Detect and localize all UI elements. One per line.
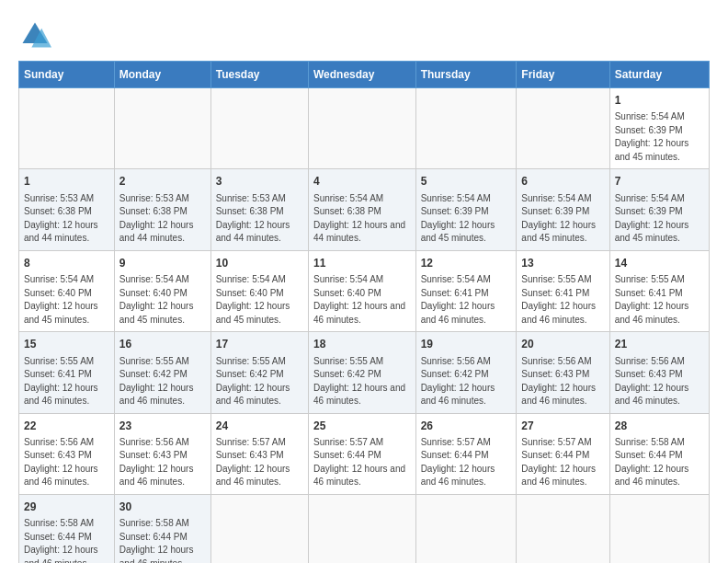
column-header-friday: Friday [517, 62, 609, 88]
day-info: Sunrise: 5:54 AM Sunset: 6:40 PM Dayligh… [216, 273, 303, 327]
sunrise: Sunrise: 5:56 AM [421, 356, 491, 366]
day-info: Sunrise: 5:54 AM Sunset: 6:40 PM Dayligh… [119, 273, 206, 327]
calendar-cell: 2 Sunrise: 5:53 AM Sunset: 6:38 PM Dayli… [114, 169, 210, 250]
sunrise: Sunrise: 5:54 AM [313, 274, 383, 284]
sunset: Sunset: 6:39 PM [521, 206, 589, 216]
day-number: 20 [521, 337, 604, 352]
day-number: 23 [119, 419, 206, 434]
day-info: Sunrise: 5:55 AM Sunset: 6:42 PM Dayligh… [313, 355, 411, 408]
column-header-monday: Monday [114, 62, 210, 88]
daylight: Daylight: 12 hours and 46 minutes. [24, 464, 98, 488]
sunset: Sunset: 6:44 PM [421, 450, 489, 460]
sunrise: Sunrise: 5:56 AM [615, 356, 685, 366]
daylight: Daylight: 12 hours and 44 minutes. [24, 220, 98, 244]
day-info: Sunrise: 5:58 AM Sunset: 6:44 PM Dayligh… [615, 436, 704, 489]
daylight: Daylight: 12 hours and 46 minutes. [521, 464, 596, 488]
calendar-cell: 22 Sunrise: 5:56 AM Sunset: 6:43 PM Dayl… [19, 413, 115, 494]
sunset: Sunset: 6:38 PM [24, 206, 92, 216]
sunrise: Sunrise: 5:54 AM [216, 274, 286, 284]
daylight: Daylight: 12 hours and 45 minutes. [421, 220, 495, 244]
sunrise: Sunrise: 5:56 AM [119, 437, 189, 447]
daylight: Daylight: 12 hours and 44 minutes. [216, 220, 290, 244]
sunset: Sunset: 6:38 PM [313, 206, 381, 216]
sunrise: Sunrise: 5:55 AM [119, 356, 189, 366]
sunset: Sunset: 6:42 PM [313, 369, 381, 379]
daylight: Daylight: 12 hours and 46 minutes. [216, 464, 290, 488]
sunset: Sunset: 6:40 PM [24, 288, 92, 298]
calendar-cell [609, 494, 709, 563]
day-info: Sunrise: 5:56 AM Sunset: 6:43 PM Dayligh… [119, 436, 206, 489]
day-number: 22 [24, 419, 109, 434]
day-number: 25 [313, 419, 411, 434]
calendar-cell: 16 Sunrise: 5:55 AM Sunset: 6:42 PM Dayl… [114, 332, 210, 413]
column-header-wednesday: Wednesday [308, 62, 415, 88]
day-info: Sunrise: 5:55 AM Sunset: 6:42 PM Dayligh… [119, 355, 206, 408]
sunrise: Sunrise: 5:57 AM [313, 437, 383, 447]
daylight: Daylight: 12 hours and 45 minutes. [521, 220, 596, 244]
day-info: Sunrise: 5:54 AM Sunset: 6:39 PM Dayligh… [615, 192, 704, 246]
sunset: Sunset: 6:40 PM [119, 288, 188, 298]
day-info: Sunrise: 5:54 AM Sunset: 6:40 PM Dayligh… [24, 273, 109, 327]
calendar-cell: 27 Sunrise: 5:57 AM Sunset: 6:44 PM Dayl… [517, 413, 609, 494]
day-info: Sunrise: 5:58 AM Sunset: 6:44 PM Dayligh… [24, 517, 109, 563]
calendar-cell: 8 Sunrise: 5:54 AM Sunset: 6:40 PM Dayli… [19, 250, 115, 331]
sunset: Sunset: 6:41 PM [421, 288, 489, 298]
day-info: Sunrise: 5:55 AM Sunset: 6:41 PM Dayligh… [24, 355, 109, 408]
day-info: Sunrise: 5:54 AM Sunset: 6:39 PM Dayligh… [615, 110, 704, 164]
sunset: Sunset: 6:42 PM [421, 369, 489, 379]
sunrise: Sunrise: 5:54 AM [521, 193, 591, 203]
day-number: 6 [521, 174, 604, 190]
sunset: Sunset: 6:40 PM [216, 288, 284, 298]
day-info: Sunrise: 5:57 AM Sunset: 6:44 PM Dayligh… [421, 436, 512, 489]
daylight: Daylight: 12 hours and 46 minutes. [24, 383, 98, 407]
daylight: Daylight: 12 hours and 46 minutes. [119, 545, 194, 563]
calendar-week-row: 1 Sunrise: 5:54 AM Sunset: 6:39 PM Dayli… [19, 88, 710, 169]
sunset: Sunset: 6:39 PM [615, 206, 683, 216]
sunrise: Sunrise: 5:55 AM [521, 274, 591, 284]
calendar-table: SundayMondayTuesdayWednesdayThursdayFrid… [18, 61, 710, 563]
sunset: Sunset: 6:42 PM [119, 369, 188, 379]
calendar-cell: 17 Sunrise: 5:55 AM Sunset: 6:42 PM Dayl… [210, 332, 308, 413]
day-number: 16 [119, 337, 206, 352]
day-number: 14 [615, 256, 704, 271]
day-number: 28 [615, 419, 704, 434]
sunrise: Sunrise: 5:58 AM [24, 518, 94, 528]
day-info: Sunrise: 5:53 AM Sunset: 6:38 PM Dayligh… [119, 192, 206, 246]
day-number: 29 [24, 500, 109, 515]
calendar-header-row: SundayMondayTuesdayWednesdayThursdayFrid… [19, 62, 710, 88]
daylight: Daylight: 12 hours and 45 minutes. [615, 220, 689, 244]
day-info: Sunrise: 5:54 AM Sunset: 6:38 PM Dayligh… [313, 192, 411, 246]
calendar-cell: 5 Sunrise: 5:54 AM Sunset: 6:39 PM Dayli… [415, 169, 517, 250]
calendar-cell [517, 494, 609, 563]
day-number: 12 [421, 256, 512, 271]
day-number: 26 [421, 419, 512, 434]
day-info: Sunrise: 5:57 AM Sunset: 6:44 PM Dayligh… [313, 436, 411, 489]
sunrise: Sunrise: 5:54 AM [615, 193, 685, 203]
sunrise: Sunrise: 5:55 AM [216, 356, 286, 366]
calendar-cell: 21 Sunrise: 5:56 AM Sunset: 6:43 PM Dayl… [609, 332, 709, 413]
calendar-cell: 6 Sunrise: 5:54 AM Sunset: 6:39 PM Dayli… [517, 169, 609, 250]
column-header-sunday: Sunday [19, 62, 115, 88]
day-info: Sunrise: 5:55 AM Sunset: 6:41 PM Dayligh… [615, 273, 704, 327]
daylight: Daylight: 12 hours and 44 minutes. [119, 220, 194, 244]
day-number: 7 [615, 174, 704, 190]
sunset: Sunset: 6:39 PM [421, 206, 489, 216]
calendar-cell: 19 Sunrise: 5:56 AM Sunset: 6:42 PM Dayl… [415, 332, 517, 413]
sunset: Sunset: 6:41 PM [615, 288, 683, 298]
day-info: Sunrise: 5:54 AM Sunset: 6:39 PM Dayligh… [521, 192, 604, 246]
calendar-cell: 30 Sunrise: 5:58 AM Sunset: 6:44 PM Dayl… [114, 494, 210, 563]
calendar-cell: 13 Sunrise: 5:55 AM Sunset: 6:41 PM Dayl… [517, 250, 609, 331]
daylight: Daylight: 12 hours and 46 minutes. [421, 301, 495, 325]
page-header [18, 18, 710, 52]
day-number: 11 [313, 256, 411, 271]
sunrise: Sunrise: 5:55 AM [313, 356, 383, 366]
sunset: Sunset: 6:40 PM [313, 288, 381, 298]
calendar-cell [308, 88, 415, 169]
calendar-cell [210, 494, 308, 563]
sunrise: Sunrise: 5:53 AM [216, 193, 286, 203]
calendar-cell: 29 Sunrise: 5:58 AM Sunset: 6:44 PM Dayl… [19, 494, 115, 563]
daylight: Daylight: 12 hours and 46 minutes. [119, 383, 194, 407]
calendar-week-row: 29 Sunrise: 5:58 AM Sunset: 6:44 PM Dayl… [19, 494, 710, 563]
daylight: Daylight: 12 hours and 46 minutes. [615, 383, 689, 407]
calendar-cell: 9 Sunrise: 5:54 AM Sunset: 6:40 PM Dayli… [114, 250, 210, 331]
